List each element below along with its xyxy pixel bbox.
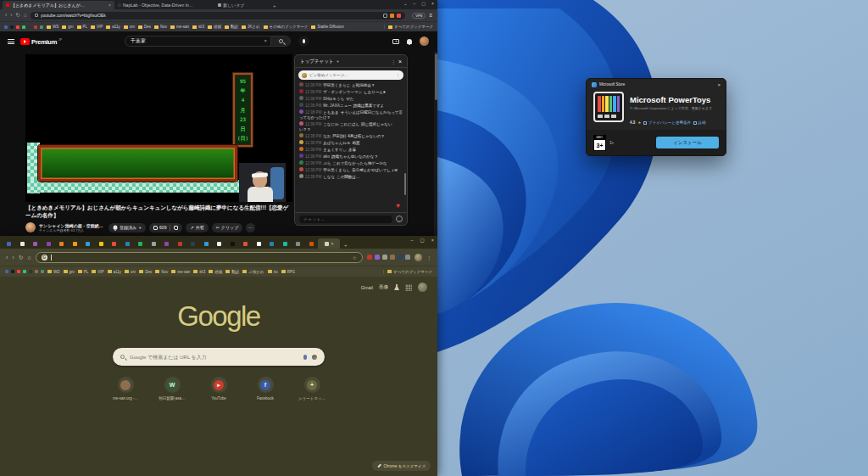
bookmark-site-icon[interactable] xyxy=(40,25,43,29)
like-icon[interactable] xyxy=(153,226,158,230)
tab-close-icon[interactable]: × xyxy=(108,3,111,8)
clip-button[interactable]: ✂ クリップ xyxy=(212,223,243,232)
dislike-icon[interactable] xyxy=(174,226,178,230)
mic-icon[interactable] xyxy=(303,355,307,360)
customize-chrome-button[interactable]: Chrome をカスタマイズ xyxy=(372,461,431,471)
bookmark-folder[interactable]: om xyxy=(125,270,136,274)
bookmark-folder[interactable]: WD xyxy=(47,270,60,274)
minimize-button[interactable]: – xyxy=(414,1,416,6)
bookmark-folder[interactable]: om xyxy=(124,25,135,29)
bookmark-folder[interactable]: me-san xyxy=(170,25,189,29)
bookmark-folder[interactable]: 総3 xyxy=(192,25,204,29)
pinned-tab[interactable] xyxy=(305,238,319,249)
new-tab-button[interactable]: + xyxy=(344,243,348,248)
extension-badge-icon[interactable] xyxy=(397,14,401,18)
chat-message[interactable]: 12:38 PM宇田美くまらじと戦況総会？ xyxy=(299,82,403,88)
bookmark-folder[interactable]: PL xyxy=(78,270,89,274)
pinned-tab[interactable] xyxy=(213,238,226,249)
chat-menu-icon[interactable]: ⋮ xyxy=(391,59,396,64)
shortcut-tile[interactable]: + ショートカッ… xyxy=(292,377,331,400)
chat-message[interactable]: 12:38 PMぷらこれで良なかったら神ゲーだな xyxy=(299,160,403,166)
chat-message[interactable]: 12:38 PMMr. JAXAニュー詩織は黒幕ですよ xyxy=(299,103,403,109)
tab-youtube-video[interactable]: 【ときめきメモリアル】おじさんが… × xyxy=(3,1,114,9)
page-scrollbar[interactable] xyxy=(434,52,437,236)
new-tab-button[interactable]: + xyxy=(273,3,276,8)
pinned-tab[interactable] xyxy=(29,238,42,249)
bookmark-folder[interactable]: 総3 xyxy=(193,270,205,274)
pinned-tab[interactable] xyxy=(279,238,292,249)
search-button[interactable] xyxy=(270,36,291,47)
search-input[interactable] xyxy=(125,36,270,47)
tab-new[interactable]: 新しいタブ xyxy=(214,1,269,9)
bookmark-site-icon[interactable] xyxy=(34,25,37,29)
chat-message[interactable]: 12:38 PMこなにね これにばん同じ場所じゃないい？？ xyxy=(299,121,403,132)
bookmark-folder[interactable]: 翻訳 xyxy=(225,25,238,29)
chat-message[interactable]: 12:38 PMともあきそういえば日曜日になんだらって言ってなかったけ？ xyxy=(299,109,403,120)
bookmark-star-icon[interactable]: ☆ xyxy=(353,255,357,260)
more-actions-button[interactable]: ⋯ xyxy=(246,223,255,232)
bookmark-folder[interactable]: Nov xyxy=(155,270,168,274)
pinned-tab[interactable] xyxy=(160,238,174,249)
pinned-tab[interactable] xyxy=(81,238,95,249)
bookmark-folder[interactable]: me-san xyxy=(171,270,190,274)
share-button[interactable]: ↗ 共有 xyxy=(186,223,208,232)
browser-menu-icon[interactable]: ⋮ xyxy=(426,255,431,260)
pinned-tab[interactable] xyxy=(174,238,187,249)
chat-mode-label[interactable]: トップチャット xyxy=(300,59,333,64)
create-icon[interactable] xyxy=(392,39,399,44)
chat-message[interactable]: 12:38 PMDHゆるうらやた xyxy=(299,96,403,102)
extension-icon[interactable] xyxy=(367,255,372,260)
chat-message[interactable]: 12:38 PMザ・ギンギンウーマンしおりーん♥ xyxy=(299,89,403,95)
bookmark-folder[interactable]: iro xyxy=(268,270,278,274)
pinned-tab[interactable] xyxy=(16,238,30,249)
bookmark-folder[interactable]: Stable Diffusion xyxy=(311,25,343,29)
bookmark-folder[interactable]: a11y xyxy=(106,25,120,29)
bookmark-folder[interactable]: VIP xyxy=(91,25,103,29)
bookmark-site-icon[interactable] xyxy=(41,270,44,273)
tab-naplab[interactable]: NapLab - Objective, Data-Driven In… xyxy=(114,1,214,9)
bookmark-folder[interactable]: ぶ抜かれ xyxy=(242,270,264,274)
forward-icon[interactable]: › xyxy=(12,255,14,260)
pinned-tab[interactable] xyxy=(55,238,69,249)
home-icon[interactable]: ⌂ xyxy=(24,13,27,19)
bookmark-site-icon[interactable] xyxy=(35,270,38,273)
shortcut-tile[interactable]: ▸ YouTube xyxy=(199,377,238,400)
channel-avatar[interactable] xyxy=(25,222,36,232)
tab-close-icon[interactable]: × xyxy=(331,241,334,246)
bookmark-site-icon[interactable] xyxy=(17,270,20,273)
minimize-button[interactable]: – xyxy=(411,238,414,243)
bookmark-site-icon[interactable] xyxy=(10,25,14,29)
site-info-icon[interactable] xyxy=(35,14,38,17)
youtube-premium-logo[interactable]: Premium JP xyxy=(20,38,62,46)
pinned-tab[interactable] xyxy=(121,238,135,249)
bookmark-site-icon[interactable] xyxy=(5,270,8,273)
shortcut-tile[interactable]: W 朝日新聞-asa… xyxy=(153,377,192,400)
pinned-tab[interactable] xyxy=(95,238,108,249)
bookmark-folder[interactable]: Nov xyxy=(154,25,167,29)
pinned-tab[interactable] xyxy=(226,238,240,249)
bookmark-folder[interactable]: WS xyxy=(47,25,58,29)
privacy-link[interactable]: プライバシーと使用条件 xyxy=(643,120,691,125)
bookmark-site-icon[interactable] xyxy=(22,25,25,29)
extension-icon[interactable] xyxy=(398,255,403,260)
apps-grid-icon[interactable] xyxy=(405,284,412,291)
pinned-tab[interactable] xyxy=(253,238,266,249)
details-link[interactable]: 詳細 xyxy=(693,120,706,125)
bookmark-site-icon[interactable] xyxy=(16,25,19,29)
channel-name[interactable]: サンシャイン池崎の超・空前絶… xyxy=(39,223,105,228)
hamburger-menu-icon[interactable] xyxy=(8,39,14,44)
bookmark-folder[interactable]: JKされ xyxy=(242,25,259,29)
gmail-link[interactable]: Gmail xyxy=(361,285,373,290)
pinned-tab[interactable] xyxy=(42,238,56,249)
search-labs-icon[interactable] xyxy=(394,284,399,290)
install-button[interactable]: インストール xyxy=(656,137,719,148)
bookmark-site-icon[interactable] xyxy=(29,270,32,273)
forward-icon[interactable]: › xyxy=(10,13,12,19)
maximize-button[interactable]: ▢ xyxy=(420,238,425,243)
lens-camera-icon[interactable] xyxy=(312,355,317,360)
extension-icon[interactable] xyxy=(375,255,380,260)
bookmark-folder[interactable]: a11y xyxy=(108,270,121,274)
bookmark-folder[interactable]: 絵柄 xyxy=(209,270,222,274)
bookmark-folder[interactable]: PL xyxy=(77,25,88,29)
pinned-tab[interactable] xyxy=(108,238,121,249)
